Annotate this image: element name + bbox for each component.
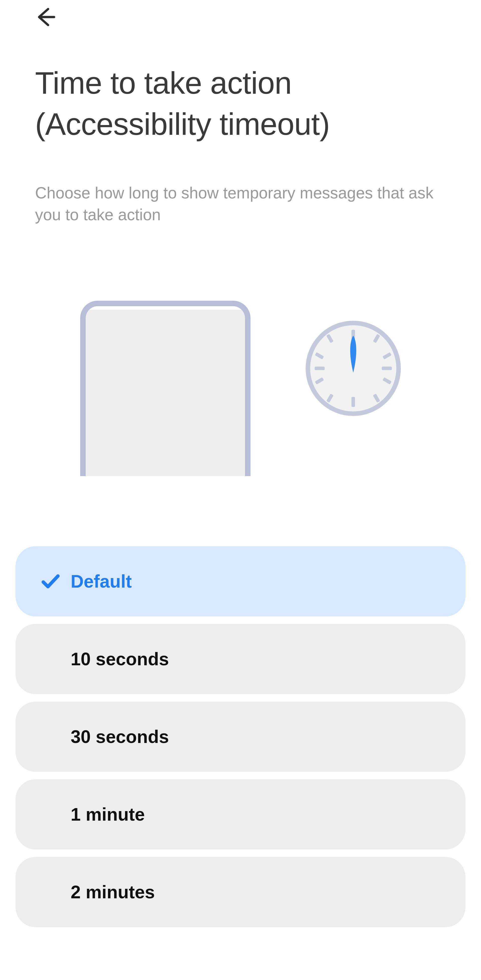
timeout-option[interactable]: 1 minute (16, 779, 465, 850)
option-label: 10 seconds (71, 649, 169, 669)
option-label: 2 minutes (71, 882, 155, 902)
timeout-options: Default10 seconds30 seconds1 minute2 min… (16, 546, 465, 927)
clock-hand-icon (346, 333, 360, 373)
timeout-option[interactable]: Default (16, 546, 465, 616)
page-subtitle: Choose how long to show temporary messag… (35, 182, 446, 226)
phone-outline-icon (80, 301, 251, 476)
timeout-option[interactable]: 2 minutes (16, 857, 465, 927)
option-label: Default (71, 571, 132, 592)
option-label: 30 seconds (71, 726, 169, 747)
arrow-left-icon (33, 5, 57, 30)
check-icon (41, 571, 60, 591)
header-bar (35, 0, 446, 38)
settings-screen: Time to take action (Accessibility timeo… (0, 0, 481, 980)
timeout-option[interactable]: 30 seconds (16, 702, 465, 772)
back-button[interactable] (33, 3, 63, 33)
option-label: 1 minute (71, 804, 145, 825)
illustration (35, 270, 446, 496)
clock-icon (306, 321, 401, 416)
page-title: Time to take action (Accessibility timeo… (35, 63, 446, 145)
timeout-option[interactable]: 10 seconds (16, 624, 465, 694)
